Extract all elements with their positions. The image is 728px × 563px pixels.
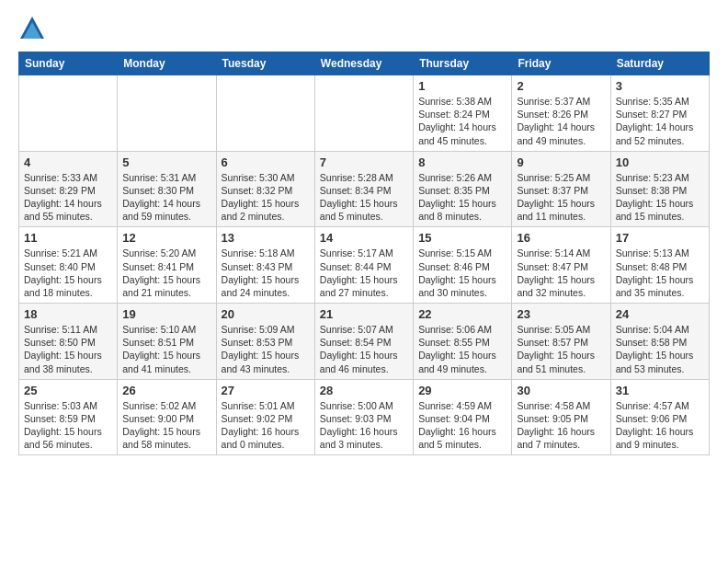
calendar-cell: 6Sunrise: 5:30 AM Sunset: 8:32 PM Daylig… bbox=[216, 151, 314, 227]
day-number: 1 bbox=[418, 79, 506, 93]
day-info: Sunrise: 4:59 AM Sunset: 9:04 PM Dayligh… bbox=[418, 399, 506, 452]
day-number: 19 bbox=[122, 307, 210, 321]
day-info: Sunrise: 5:21 AM Sunset: 8:40 PM Dayligh… bbox=[24, 247, 112, 299]
calendar-cell: 10Sunrise: 5:23 AM Sunset: 8:38 PM Dayli… bbox=[610, 151, 709, 227]
header bbox=[18, 15, 710, 42]
calendar-cell: 15Sunrise: 5:15 AM Sunset: 8:46 PM Dayli… bbox=[414, 227, 512, 304]
calendar-cell bbox=[19, 75, 118, 152]
calendar-cell: 18Sunrise: 5:11 AM Sunset: 8:50 PM Dayli… bbox=[19, 304, 118, 380]
calendar-cell bbox=[216, 75, 314, 152]
day-info: Sunrise: 5:04 AM Sunset: 8:58 PM Dayligh… bbox=[616, 323, 704, 375]
day-number: 24 bbox=[616, 307, 704, 321]
day-number: 12 bbox=[122, 231, 210, 245]
calendar-cell: 5Sunrise: 5:31 AM Sunset: 8:30 PM Daylig… bbox=[118, 151, 216, 227]
calendar-cell bbox=[118, 75, 216, 152]
day-info: Sunrise: 5:30 AM Sunset: 8:32 PM Dayligh… bbox=[222, 171, 310, 224]
day-info: Sunrise: 4:58 AM Sunset: 9:05 PM Dayligh… bbox=[517, 399, 605, 452]
day-number: 22 bbox=[418, 307, 506, 321]
day-number: 23 bbox=[517, 307, 605, 321]
calendar-cell: 1Sunrise: 5:38 AM Sunset: 8:24 PM Daylig… bbox=[414, 75, 512, 152]
day-number: 18 bbox=[24, 307, 112, 321]
day-info: Sunrise: 4:57 AM Sunset: 9:06 PM Dayligh… bbox=[616, 399, 704, 452]
day-info: Sunrise: 5:25 AM Sunset: 8:37 PM Dayligh… bbox=[517, 171, 605, 224]
calendar-cell: 2Sunrise: 5:37 AM Sunset: 8:26 PM Daylig… bbox=[512, 75, 610, 152]
calendar-cell: 7Sunrise: 5:28 AM Sunset: 8:34 PM Daylig… bbox=[314, 151, 413, 227]
day-number: 6 bbox=[222, 155, 310, 169]
day-info: Sunrise: 5:20 AM Sunset: 8:41 PM Dayligh… bbox=[122, 247, 210, 299]
calendar-table: Sunday Monday Tuesday Wednesday Thursday… bbox=[18, 52, 710, 455]
day-info: Sunrise: 5:03 AM Sunset: 8:59 PM Dayligh… bbox=[24, 399, 112, 452]
calendar-cell: 29Sunrise: 4:59 AM Sunset: 9:04 PM Dayli… bbox=[414, 379, 512, 455]
header-thursday: Thursday bbox=[414, 52, 512, 75]
calendar-cell: 19Sunrise: 5:10 AM Sunset: 8:51 PM Dayli… bbox=[118, 304, 216, 380]
header-monday: Monday bbox=[118, 52, 216, 75]
day-number: 30 bbox=[517, 384, 605, 397]
calendar-cell: 14Sunrise: 5:17 AM Sunset: 8:44 PM Dayli… bbox=[314, 227, 413, 304]
calendar-cell: 23Sunrise: 5:05 AM Sunset: 8:57 PM Dayli… bbox=[512, 304, 610, 380]
day-info: Sunrise: 5:37 AM Sunset: 8:26 PM Dayligh… bbox=[517, 95, 605, 147]
day-info: Sunrise: 5:01 AM Sunset: 9:02 PM Dayligh… bbox=[222, 399, 310, 452]
day-number: 26 bbox=[122, 384, 210, 397]
day-number: 27 bbox=[222, 384, 310, 397]
day-number: 25 bbox=[24, 384, 112, 397]
calendar-cell: 17Sunrise: 5:13 AM Sunset: 8:48 PM Dayli… bbox=[610, 227, 709, 304]
day-number: 2 bbox=[517, 79, 605, 93]
calendar-cell: 3Sunrise: 5:35 AM Sunset: 8:27 PM Daylig… bbox=[610, 75, 709, 152]
calendar-header: Sunday Monday Tuesday Wednesday Thursday… bbox=[19, 52, 710, 75]
header-tuesday: Tuesday bbox=[216, 52, 314, 75]
calendar-cell: 31Sunrise: 4:57 AM Sunset: 9:06 PM Dayli… bbox=[610, 379, 709, 455]
calendar-cell: 20Sunrise: 5:09 AM Sunset: 8:53 PM Dayli… bbox=[216, 304, 314, 380]
day-info: Sunrise: 5:14 AM Sunset: 8:47 PM Dayligh… bbox=[517, 247, 605, 299]
calendar-week-row: 25Sunrise: 5:03 AM Sunset: 8:59 PM Dayli… bbox=[19, 379, 710, 455]
page-container: Sunday Monday Tuesday Wednesday Thursday… bbox=[0, 0, 728, 465]
header-sunday: Sunday bbox=[19, 52, 118, 75]
day-number: 7 bbox=[320, 155, 408, 169]
header-saturday: Saturday bbox=[610, 52, 709, 75]
calendar-cell: 4Sunrise: 5:33 AM Sunset: 8:29 PM Daylig… bbox=[19, 151, 118, 227]
day-info: Sunrise: 5:38 AM Sunset: 8:24 PM Dayligh… bbox=[418, 95, 506, 147]
calendar-cell: 11Sunrise: 5:21 AM Sunset: 8:40 PM Dayli… bbox=[19, 227, 118, 304]
day-info: Sunrise: 5:06 AM Sunset: 8:55 PM Dayligh… bbox=[418, 323, 506, 375]
calendar-cell: 30Sunrise: 4:58 AM Sunset: 9:05 PM Dayli… bbox=[512, 379, 610, 455]
day-number: 5 bbox=[122, 155, 210, 169]
calendar-cell: 8Sunrise: 5:26 AM Sunset: 8:35 PM Daylig… bbox=[414, 151, 512, 227]
day-number: 4 bbox=[24, 155, 112, 169]
day-number: 10 bbox=[616, 155, 704, 169]
calendar-cell: 22Sunrise: 5:06 AM Sunset: 8:55 PM Dayli… bbox=[414, 304, 512, 380]
day-number: 3 bbox=[616, 79, 704, 93]
calendar-cell: 25Sunrise: 5:03 AM Sunset: 8:59 PM Dayli… bbox=[19, 379, 118, 455]
calendar-week-row: 4Sunrise: 5:33 AM Sunset: 8:29 PM Daylig… bbox=[19, 151, 710, 227]
calendar-body: 1Sunrise: 5:38 AM Sunset: 8:24 PM Daylig… bbox=[19, 75, 710, 455]
day-number: 31 bbox=[616, 384, 704, 397]
calendar-cell: 28Sunrise: 5:00 AM Sunset: 9:03 PM Dayli… bbox=[314, 379, 413, 455]
day-number: 29 bbox=[418, 384, 506, 397]
day-info: Sunrise: 5:13 AM Sunset: 8:48 PM Dayligh… bbox=[616, 247, 704, 299]
calendar-cell: 24Sunrise: 5:04 AM Sunset: 8:58 PM Dayli… bbox=[610, 304, 709, 380]
calendar-week-row: 11Sunrise: 5:21 AM Sunset: 8:40 PM Dayli… bbox=[19, 227, 710, 304]
day-info: Sunrise: 5:00 AM Sunset: 9:03 PM Dayligh… bbox=[320, 399, 408, 452]
day-number: 8 bbox=[418, 155, 506, 169]
day-info: Sunrise: 5:11 AM Sunset: 8:50 PM Dayligh… bbox=[24, 323, 112, 375]
day-info: Sunrise: 5:07 AM Sunset: 8:54 PM Dayligh… bbox=[320, 323, 408, 375]
day-number: 21 bbox=[320, 307, 408, 321]
day-number: 13 bbox=[222, 231, 310, 245]
day-info: Sunrise: 5:33 AM Sunset: 8:29 PM Dayligh… bbox=[24, 171, 112, 224]
day-info: Sunrise: 5:23 AM Sunset: 8:38 PM Dayligh… bbox=[616, 171, 704, 224]
day-number: 17 bbox=[616, 231, 704, 245]
calendar-cell: 26Sunrise: 5:02 AM Sunset: 9:00 PM Dayli… bbox=[118, 379, 216, 455]
day-info: Sunrise: 5:35 AM Sunset: 8:27 PM Dayligh… bbox=[616, 95, 704, 147]
calendar-week-row: 18Sunrise: 5:11 AM Sunset: 8:50 PM Dayli… bbox=[19, 304, 710, 380]
day-info: Sunrise: 5:15 AM Sunset: 8:46 PM Dayligh… bbox=[418, 247, 506, 299]
day-info: Sunrise: 5:10 AM Sunset: 8:51 PM Dayligh… bbox=[122, 323, 210, 375]
day-info: Sunrise: 5:18 AM Sunset: 8:43 PM Dayligh… bbox=[222, 247, 310, 299]
logo bbox=[18, 15, 50, 42]
calendar-cell: 12Sunrise: 5:20 AM Sunset: 8:41 PM Dayli… bbox=[118, 227, 216, 304]
day-info: Sunrise: 5:26 AM Sunset: 8:35 PM Dayligh… bbox=[418, 171, 506, 224]
day-info: Sunrise: 5:28 AM Sunset: 8:34 PM Dayligh… bbox=[320, 171, 408, 224]
calendar-cell bbox=[314, 75, 413, 152]
day-info: Sunrise: 5:05 AM Sunset: 8:57 PM Dayligh… bbox=[517, 323, 605, 375]
header-wednesday: Wednesday bbox=[314, 52, 413, 75]
day-number: 15 bbox=[418, 231, 506, 245]
calendar-cell: 9Sunrise: 5:25 AM Sunset: 8:37 PM Daylig… bbox=[512, 151, 610, 227]
day-info: Sunrise: 5:09 AM Sunset: 8:53 PM Dayligh… bbox=[222, 323, 310, 375]
